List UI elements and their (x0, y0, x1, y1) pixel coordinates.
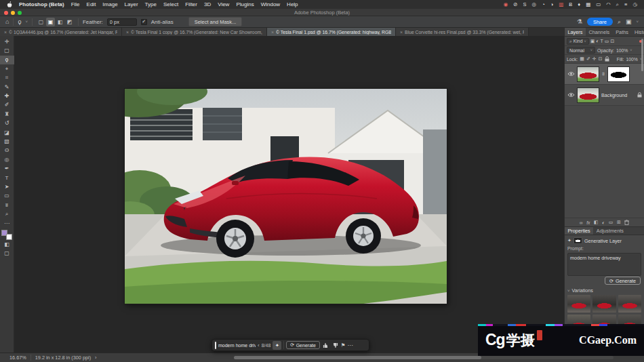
layer-thumbnail[interactable] (577, 87, 599, 103)
panel-scrollbar[interactable] (641, 39, 643, 71)
keyboard-status-icon[interactable]: ▦ (586, 1, 590, 7)
filter-smart-object-icon[interactable]: ⊡ (610, 39, 614, 44)
taskbar-more-icon[interactable]: ⋯ (348, 342, 353, 348)
menu-3d[interactable]: 3D (204, 1, 211, 7)
tab-channels[interactable]: Channels (586, 28, 613, 36)
filter-type-layers-icon[interactable]: T (601, 39, 603, 43)
subtract-from-selection-mode-icon[interactable]: ◧ (56, 18, 64, 26)
previous-variation-icon[interactable]: ‹ (258, 342, 260, 348)
layer-visibility-eye-icon[interactable] (567, 71, 575, 77)
pen-tool[interactable]: ✒ (0, 164, 14, 173)
thumbs-up-icon[interactable] (322, 342, 329, 348)
menu-file[interactable]: File (71, 1, 80, 7)
tab-paths[interactable]: Paths (613, 28, 632, 36)
app-status-icon[interactable]: ◎ (532, 1, 537, 7)
menu-edit[interactable]: Edit (87, 1, 96, 7)
close-tab-icon[interactable]: × (271, 30, 274, 35)
thumbs-down-icon[interactable] (331, 342, 339, 348)
menu-select[interactable]: Select (163, 1, 178, 7)
menu-help[interactable]: Help (287, 1, 298, 7)
horizontal-scrollbar-thumb[interactable] (234, 356, 481, 359)
report-flag-icon[interactable]: ⚑ (341, 342, 346, 348)
menu-layer[interactable]: Layer (125, 1, 138, 7)
variation-thumbnail[interactable] (567, 295, 590, 313)
filter-shape-layers-icon[interactable]: ▭ (605, 39, 609, 44)
doc-tab-jet-hangar[interactable]: × © 1Q3A4446.jpg @ 16.7% (Generated: Jet… (0, 28, 122, 36)
layer-row-background[interactable]: Background (565, 85, 644, 106)
zoom-tool[interactable]: ⌕ (0, 209, 14, 218)
clone-stamp-tool[interactable]: ♜ (0, 110, 14, 119)
menu-view[interactable]: View (218, 1, 229, 7)
layer-mask-link-icon[interactable]: ∞ (601, 72, 606, 76)
shape-tool[interactable]: ▭ (0, 192, 14, 201)
layer-effects-icon[interactable]: fx (586, 220, 590, 225)
marquee-tool[interactable]: ▢ (0, 46, 14, 55)
edit-toolbar-icon[interactable]: ⋯ (0, 219, 14, 228)
record-status-icon[interactable]: ◉ (504, 1, 508, 7)
layer-name[interactable]: Background (601, 92, 627, 98)
type-tool[interactable]: T (0, 174, 14, 182)
adjustment-layer-icon[interactable]: ◐ (602, 220, 605, 225)
link-layers-icon[interactable]: ∞ (580, 220, 583, 225)
spotlight-search-icon[interactable]: ⌕ (616, 1, 619, 8)
stats-status-icon[interactable]: S (523, 1, 527, 7)
horizontal-scrollbar[interactable] (234, 356, 613, 359)
beta-feedback-icon[interactable]: ⚗ (577, 18, 582, 25)
taskbar-prompt-input[interactable] (218, 343, 256, 348)
document-canvas[interactable] (125, 89, 447, 304)
object-selection-tool[interactable]: ⌖ (0, 64, 14, 73)
new-layer-icon[interactable]: ⊞ (617, 220, 621, 225)
share-button[interactable]: Share (587, 18, 613, 26)
layer-mask-thumbnail[interactable] (607, 66, 630, 82)
variation-thumbnail[interactable] (592, 295, 616, 313)
menu-type[interactable]: Type (145, 1, 157, 7)
tab-properties[interactable]: Properties (565, 227, 593, 235)
doc-tab-highway-active[interactable]: × © Tesla Final 1.psd @ 16.7% (Generated… (267, 28, 396, 36)
close-tab-icon[interactable]: × (400, 30, 403, 35)
bluetooth-icon[interactable]: Ƀ (569, 1, 572, 7)
layer-thumbnail[interactable] (577, 66, 599, 82)
canvas-area[interactable] (14, 36, 564, 353)
status-chevron-icon[interactable]: › (95, 355, 96, 361)
close-tab-icon[interactable]: × (126, 30, 129, 35)
circle-status-icon[interactable]: ◔ (542, 1, 545, 7)
apple-menu-icon[interactable] (7, 1, 12, 7)
lock-transparent-pixels-icon[interactable]: ▦ (580, 56, 584, 62)
move-tool[interactable]: ✛ (0, 37, 14, 46)
layer-visibility-eye-icon[interactable] (567, 92, 575, 98)
path-selection-tool[interactable]: ➤ (0, 182, 14, 191)
prompt-textarea[interactable]: modern home driveway (567, 253, 641, 276)
quick-mask-icon[interactable]: ◧ (0, 240, 14, 249)
layer-filter-kind-dropdown[interactable]: ⌕ Kind ˅ (567, 38, 589, 45)
lock-artboard-icon[interactable]: ⊡ (599, 56, 603, 62)
clock-icon[interactable]: ◷ (632, 1, 637, 7)
dodge-tool[interactable]: ◎ (0, 155, 14, 164)
filter-adjustment-layers-icon[interactable]: ◐ (596, 39, 599, 43)
contrast-status-icon[interactable]: ◑ (550, 1, 554, 7)
widget-status-icon[interactable]: ▥ (559, 1, 563, 7)
variation-thumbnail[interactable] (618, 295, 641, 313)
contextual-task-bar[interactable]: ‹ 8/48 ✦ ⟳ Generate ⚑ ⋯ (212, 339, 369, 351)
menu-image[interactable]: Image (102, 1, 117, 7)
chevron-down-icon[interactable]: ˅ (630, 48, 632, 52)
doc-tab-blue-corvette[interactable]: × Blue Corvette hi-res Final.psd @ 33.3%… (396, 28, 529, 36)
tab-adjustments[interactable]: Adjustments (593, 227, 626, 235)
tool-preset-dropdown-icon[interactable]: ˅ (25, 20, 28, 24)
panel-generate-button[interactable]: ⟳ Generate (605, 277, 641, 285)
menu-filter[interactable]: Filter (185, 1, 197, 7)
wifi-icon[interactable]: ◠ (606, 1, 611, 7)
opacity-value[interactable]: 100% (616, 48, 628, 53)
home-icon[interactable]: ⌂ (5, 18, 9, 25)
eyedropper-tool[interactable]: ✎ (0, 83, 14, 92)
menu-plugins[interactable]: Plugins (236, 1, 254, 7)
generative-properties-icon[interactable]: ✦ (273, 341, 281, 350)
lock-image-pixels-icon[interactable]: ✐ (586, 56, 590, 62)
delete-layer-icon[interactable] (624, 220, 629, 226)
lock-position-icon[interactable]: ✛ (592, 56, 597, 62)
new-selection-mode-icon[interactable]: ▢ (37, 18, 45, 26)
battery-icon[interactable]: ▭ (596, 1, 601, 7)
close-tab-icon[interactable]: × (4, 30, 7, 35)
gradient-tool[interactable]: ▧ (0, 137, 14, 146)
background-color-swatch[interactable] (6, 234, 12, 240)
workspace-dropdown-icon[interactable]: ˅ (636, 20, 639, 24)
